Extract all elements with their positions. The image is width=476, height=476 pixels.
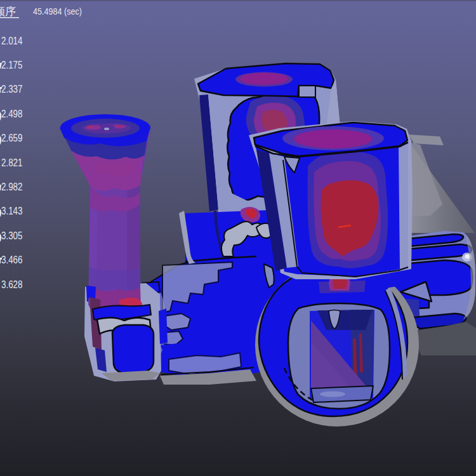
svg-text:2.821: 2.821 [1,157,23,168]
svg-text:2.014: 2.014 [1,36,23,46]
svg-text:2.982: 2.982 [1,182,23,192]
svg-text:45.4984 (sec): 45.4984 (sec) [33,6,82,17]
svg-text:3.466: 3.466 [1,255,23,265]
svg-text:3.143: 3.143 [1,206,23,216]
svg-text:2.659: 2.659 [1,133,23,143]
svg-text:顺序: 顺序 [0,6,16,18]
svg-text:3.628: 3.628 [1,279,23,290]
svg-text:2.498: 2.498 [1,109,23,119]
svg-text:2.175: 2.175 [1,60,23,70]
svg-text:2.337: 2.337 [1,84,23,95]
svg-text:3.305: 3.305 [1,230,23,241]
